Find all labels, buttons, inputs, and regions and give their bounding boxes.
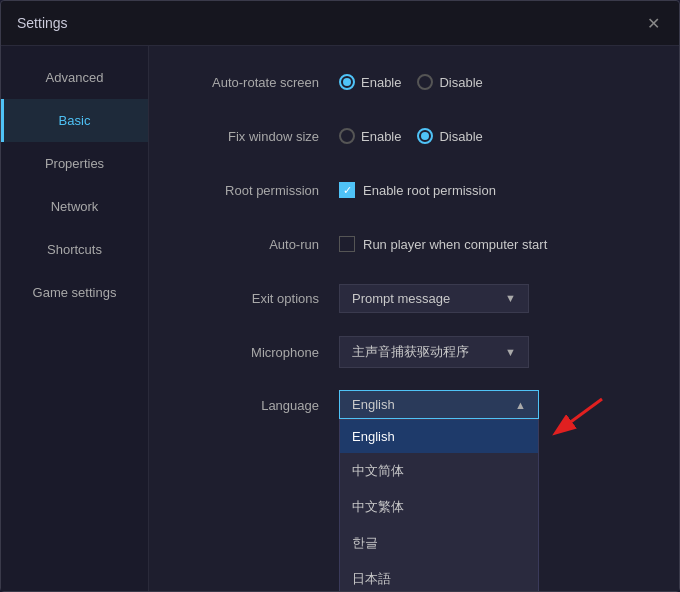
- root-permission-row: Root permission ✓ Enable root permission: [179, 174, 649, 206]
- sidebar: Advanced Basic Properties Network Shortc…: [1, 46, 149, 591]
- language-dropdown-trigger[interactable]: English ▲: [339, 390, 539, 419]
- fix-window-row: Fix window size Enable Disable: [179, 120, 649, 152]
- auto-run-controls: Run player when computer start: [339, 236, 649, 252]
- fix-window-label: Fix window size: [179, 129, 339, 144]
- title-bar: Settings ✕: [1, 1, 679, 46]
- fix-window-enable-radio[interactable]: [339, 128, 355, 144]
- auto-rotate-controls: Enable Disable: [339, 74, 649, 90]
- root-permission-label: Root permission: [179, 183, 339, 198]
- microphone-arrow: ▼: [505, 346, 516, 358]
- fix-window-enable[interactable]: Enable: [339, 128, 401, 144]
- window-title: Settings: [17, 15, 68, 31]
- content-area: Advanced Basic Properties Network Shortc…: [1, 46, 679, 591]
- root-permission-check-box[interactable]: ✓: [339, 182, 355, 198]
- close-button[interactable]: ✕: [643, 13, 663, 33]
- microphone-controls: 主声音捕获驱动程序 ▼: [339, 336, 649, 368]
- sidebar-item-advanced[interactable]: Advanced: [1, 56, 148, 99]
- sidebar-item-network[interactable]: Network: [1, 185, 148, 228]
- auto-rotate-enable[interactable]: Enable: [339, 74, 401, 90]
- microphone-dropdown[interactable]: 主声音捕获驱动程序 ▼: [339, 336, 529, 368]
- exit-options-label: Exit options: [179, 291, 339, 306]
- language-label: Language: [179, 390, 339, 413]
- exit-options-dropdown[interactable]: Prompt message ▼: [339, 284, 529, 313]
- exit-options-row: Exit options Prompt message ▼: [179, 282, 649, 314]
- auto-run-checkbox[interactable]: Run player when computer start: [339, 236, 547, 252]
- exit-options-arrow: ▼: [505, 292, 516, 304]
- auto-rotate-row: Auto-rotate screen Enable Disable: [179, 66, 649, 98]
- active-indicator: [1, 99, 4, 142]
- language-option-zh-cn[interactable]: 中文简体: [340, 453, 538, 489]
- auto-rotate-disable-radio[interactable]: [417, 74, 433, 90]
- auto-run-label: Auto-run: [179, 237, 339, 252]
- fix-window-controls: Enable Disable: [339, 128, 649, 144]
- settings-window: Settings ✕ Advanced Basic Properties Net…: [0, 0, 680, 592]
- sidebar-item-basic[interactable]: Basic: [1, 99, 148, 142]
- auto-run-row: Auto-run Run player when computer start: [179, 228, 649, 260]
- auto-run-check-box[interactable]: [339, 236, 355, 252]
- language-option-zh-tw[interactable]: 中文繁体: [340, 489, 538, 525]
- language-option-ja[interactable]: 日本語: [340, 561, 538, 591]
- checkmark-icon: ✓: [343, 185, 352, 196]
- exit-options-controls: Prompt message ▼: [339, 284, 649, 313]
- microphone-label: Microphone: [179, 345, 339, 360]
- language-arrow: ▲: [515, 399, 526, 411]
- sidebar-item-shortcuts[interactable]: Shortcuts: [1, 228, 148, 271]
- language-row: Language English ▲ English 中文简体: [179, 390, 649, 591]
- auto-rotate-enable-radio[interactable]: [339, 74, 355, 90]
- auto-rotate-disable[interactable]: Disable: [417, 74, 482, 90]
- sidebar-item-game-settings[interactable]: Game settings: [1, 271, 148, 314]
- language-option-ko[interactable]: 한글: [340, 525, 538, 561]
- sidebar-item-properties[interactable]: Properties: [1, 142, 148, 185]
- fix-window-disable-radio[interactable]: [417, 128, 433, 144]
- auto-rotate-label: Auto-rotate screen: [179, 75, 339, 90]
- svg-line-1: [557, 399, 602, 432]
- language-option-english[interactable]: English: [340, 420, 538, 453]
- root-permission-checkbox[interactable]: ✓ Enable root permission: [339, 182, 496, 198]
- root-permission-controls: ✓ Enable root permission: [339, 182, 649, 198]
- fix-window-disable[interactable]: Disable: [417, 128, 482, 144]
- main-content: Auto-rotate screen Enable Disable Fix wi…: [149, 46, 679, 591]
- language-section: English ▲ English 中文简体 中文繁体: [339, 390, 539, 591]
- language-dropdown-list: English 中文简体 中文繁体 한글 日本語: [339, 419, 539, 591]
- red-arrow-annotation: [547, 394, 607, 448]
- microphone-row: Microphone 主声音捕获驱动程序 ▼: [179, 336, 649, 368]
